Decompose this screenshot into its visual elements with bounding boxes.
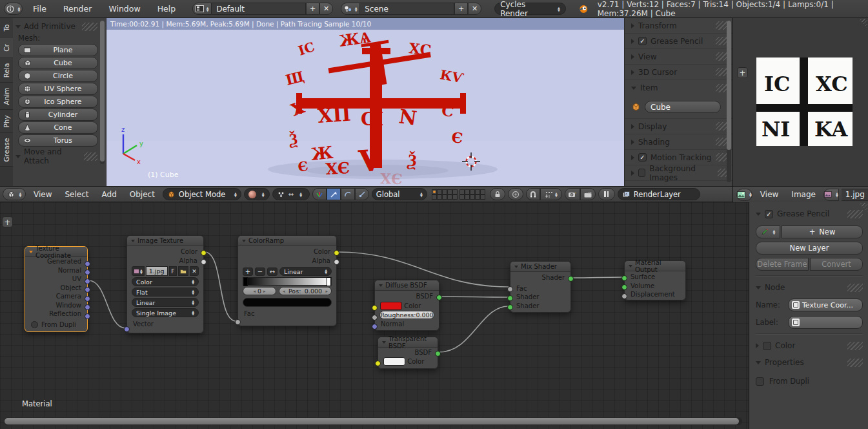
socket-surface[interactable]	[621, 275, 627, 281]
panel-header-add-primitive[interactable]: Add Primitive	[15, 21, 97, 32]
panel-header-motion-tracking[interactable]: ✓Motion Tracking	[625, 150, 732, 165]
mesh-button-cylinder[interactable]: Cylinder	[18, 109, 98, 121]
editor-type-image-button[interactable]: ▲▼	[736, 189, 752, 201]
socket-roughness[interactable]	[372, 315, 378, 320]
socket-shader-1[interactable]	[507, 295, 513, 301]
tab-relations[interactable]: Rela	[0, 58, 13, 83]
screen-layout-add-button[interactable]: +	[306, 3, 319, 15]
panel-drag-grip[interactable]	[847, 342, 863, 350]
snap-toggle[interactable]	[526, 188, 540, 200]
grease-pencil-source-select[interactable]: ▲▼	[756, 225, 780, 238]
flip-ramp-button[interactable]: ↔	[267, 267, 278, 276]
panel-drag-grip[interactable]	[847, 284, 863, 292]
node-material-output[interactable]: Material Output Surface Volume Displacem…	[624, 260, 686, 300]
image-browse-button[interactable]: ▲▼	[132, 266, 145, 276]
mesh-button-torus[interactable]: Torus	[18, 134, 98, 147]
menu-render[interactable]: Render	[57, 4, 99, 14]
stop-position-field[interactable]: ◂Pos:0.000▸	[279, 287, 332, 295]
menu-view[interactable]: View	[28, 190, 57, 199]
socket-uv[interactable]	[85, 278, 90, 284]
panel-header-3d-cursor[interactable]: 3D Cursor	[625, 65, 732, 80]
manipulator-axes-toggle[interactable]	[312, 188, 327, 200]
socket-alpha[interactable]	[334, 259, 339, 265]
node-mix-shader[interactable]: Mix Shader Shader Fac Shader Shader	[510, 261, 571, 313]
node-colorramp[interactable]: ColorRamp Color Alpha + − ↔ Linear▲▼ ◂0▸…	[237, 235, 337, 326]
image-editor-region-expand-button[interactable]: +	[737, 67, 748, 78]
fake-user-button[interactable]: F	[169, 266, 177, 276]
projection-select[interactable]: Flat▲▼	[132, 288, 199, 297]
from-dupli-checkbox[interactable]	[31, 321, 38, 328]
socket-fac[interactable]	[235, 319, 241, 325]
panel-header-grease-pencil[interactable]: ✓ Grease Pencil	[756, 207, 863, 220]
grease-pencil-checkbox[interactable]: ✓	[765, 210, 773, 218]
panel-drag-grip[interactable]	[82, 23, 97, 31]
menu-window[interactable]: Window	[102, 4, 146, 14]
panel-drag-grip[interactable]	[847, 210, 863, 218]
panel-header-view[interactable]: View	[625, 49, 732, 65]
panel-header-display[interactable]: Display	[625, 119, 732, 134]
mesh-button-cone[interactable]: Cone	[18, 121, 98, 134]
convert-button[interactable]: Convert	[810, 258, 863, 271]
socket-bsdf[interactable]	[435, 351, 441, 357]
pivot-point-select[interactable]: ⇔ ▲▼	[272, 188, 310, 200]
tab-create[interactable]: Cr	[0, 37, 13, 58]
area-resize-grip[interactable]	[858, 19, 867, 28]
node-name-field[interactable]: Texture Coor...	[788, 298, 863, 311]
panel-header-item[interactable]: Item	[625, 80, 732, 96]
panel-header-move-and-attach[interactable]: Move and Attach	[15, 151, 97, 162]
color-ramp-gradient[interactable]	[243, 277, 332, 286]
menu-view[interactable]: View	[755, 190, 783, 199]
color-checkbox[interactable]	[763, 342, 771, 350]
rotate-manipulator-toggle[interactable]	[341, 188, 355, 200]
panel-header-shading[interactable]: Shading	[625, 134, 732, 150]
open-image-button[interactable]	[178, 266, 188, 276]
tab-grease-pencil[interactable]: Grease	[0, 133, 13, 167]
render-layer-select[interactable]: RenderLayer	[618, 188, 700, 200]
roughness-slider[interactable]: Roughness:0.000	[379, 311, 434, 319]
transform-orientation-select[interactable]: Global ▲▼	[372, 188, 427, 200]
render-animation-button[interactable]	[580, 188, 596, 200]
image-editor[interactable]: + IC XC NI KA ▲▼ View Image ▲▼	[732, 18, 868, 202]
node-editor[interactable]: + Texture Coordinate Generated Normal UV…	[0, 202, 749, 429]
panel-header-grease-pencil[interactable]: ✓Grease Pencil	[625, 34, 732, 49]
translate-manipulator-toggle[interactable]	[327, 188, 341, 200]
tab-physics[interactable]: Phy	[0, 110, 13, 133]
socket-displacement[interactable]	[621, 293, 627, 299]
interpolation-select[interactable]: Linear▲▼	[132, 298, 199, 307]
panel-header-node[interactable]: Node	[756, 281, 863, 294]
socket-reflection[interactable]	[85, 313, 90, 319]
socket-bsdf[interactable]	[436, 295, 442, 300]
lock-to-scene-toggle[interactable]	[490, 188, 505, 200]
socket-color[interactable]	[334, 250, 339, 256]
image-name-field[interactable]: 1.jpg	[842, 189, 868, 201]
unlink-image-button[interactable]: ✕	[190, 266, 199, 276]
stop-color-swatch[interactable]	[243, 298, 332, 307]
node-editor-horizontal-scrollbar[interactable]	[4, 417, 742, 425]
socket-vector[interactable]	[124, 326, 130, 332]
snap-element-select[interactable]: ▲▼	[540, 188, 562, 200]
menu-object[interactable]: Object	[125, 190, 160, 199]
grease-pencil-new-button[interactable]: +New	[782, 225, 863, 238]
node-image-texture[interactable]: Image Texture Color Alpha ▲▼ 1.jpg F ✕ C…	[126, 235, 204, 333]
playback-pause-button[interactable]	[598, 188, 615, 200]
mode-select[interactable]: Object Mode ▲▼	[163, 188, 241, 200]
diffuse-color-swatch[interactable]	[380, 302, 402, 310]
viewport-shading-select[interactable]: ▲▼	[244, 188, 270, 200]
panel-drag-grip[interactable]	[84, 152, 97, 161]
add-stop-button[interactable]: +	[243, 267, 253, 276]
motion-tracking-checkbox[interactable]: ✓	[638, 153, 647, 162]
socket-camera[interactable]	[85, 296, 90, 302]
screen-layout-name-field[interactable]: Default	[212, 3, 306, 15]
panel-header-properties[interactable]: Properties	[756, 356, 863, 369]
socket-generated[interactable]	[85, 261, 90, 267]
source-select[interactable]: Single Image▲▼	[132, 308, 199, 317]
node-texture-coordinate[interactable]: Texture Coordinate Generated Normal UV O…	[25, 246, 88, 332]
image-browse-button[interactable]: ▲▼	[823, 189, 839, 201]
socket-window[interactable]	[85, 304, 90, 310]
delete-frame-button[interactable]: Delete Frame	[756, 258, 809, 271]
object-name-field[interactable]: Cube	[645, 101, 721, 113]
tab-animation[interactable]: Anim	[0, 83, 13, 110]
ramp-stop-white[interactable]	[327, 277, 331, 286]
scene-delete-button[interactable]: ✕	[468, 3, 481, 15]
panel-drag-grip[interactable]	[847, 359, 863, 367]
